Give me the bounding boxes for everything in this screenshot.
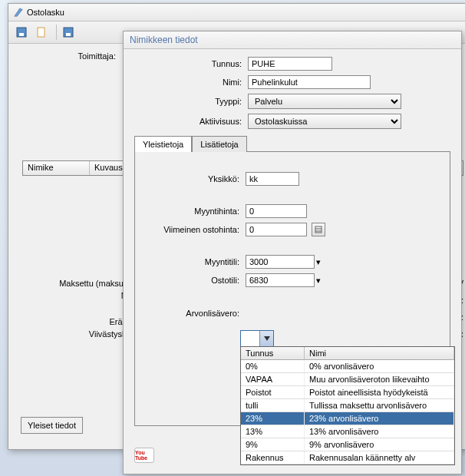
dd-col-nimi[interactable]: Nimi <box>305 347 454 359</box>
dialog-title: Nimikkeen tiedot <box>124 31 461 49</box>
grid-header: Nimike Kuvaus <box>22 160 137 176</box>
ostotili-label: Ostotili: <box>143 276 246 285</box>
dropdown-row[interactable]: PoistotPoistot aineellisista hyödykeistä <box>241 386 454 399</box>
col-nimike[interactable]: Nimike <box>23 161 90 175</box>
dropdown-header: Tunnus Nimi <box>241 347 454 360</box>
dd-cell-nimi: 13% arvonlisävero <box>305 425 454 438</box>
myyntitili-dropdown-icon[interactable]: ▾ <box>316 257 321 267</box>
arvonlisavero-label: Arvonlisävero: <box>143 309 246 318</box>
tab-lisatietoja[interactable]: Lisätietoja <box>192 136 247 152</box>
yksikko-input[interactable] <box>246 172 299 186</box>
viimeinen-ostohinta-input[interactable] <box>246 223 307 236</box>
myyntitili-input[interactable] <box>246 255 315 269</box>
dd-cell-nimi: Rakennusalan käännetty alv <box>305 451 454 464</box>
svg-rect-5 <box>315 226 322 233</box>
youtube-label: You Tube <box>135 450 153 461</box>
dialog-tabs: YleistietojaLisätietoja <box>134 135 450 152</box>
dd-cell-nimi: Muu arvonlisäveroton liikevaihto <box>305 373 454 385</box>
dd-cell-tunnus: tulli <box>241 399 305 412</box>
save-dropdown-button[interactable] <box>13 24 30 41</box>
tab-yleiset-tiedot[interactable]: Yleiset tiedot <box>21 417 83 434</box>
new-button[interactable] <box>33 24 50 41</box>
ostotili-dropdown-icon[interactable]: ▾ <box>316 276 321 286</box>
aktiivisuus-select[interactable]: Ostolaskuissa <box>248 114 401 129</box>
svg-rect-1 <box>19 33 24 36</box>
app-icon <box>13 7 24 18</box>
dropdown-row[interactable]: 9%9% arvonlisävero <box>241 438 454 451</box>
svg-rect-2 <box>38 28 45 37</box>
dd-cell-tunnus: 0% <box>241 360 305 372</box>
tunnus-input[interactable] <box>248 57 332 71</box>
item-details-dialog: Nimikkeen tiedot Tunnus: Nimi: Tyyppi: P… <box>123 31 462 474</box>
myyntihinta-input[interactable] <box>246 204 307 218</box>
dd-cell-tunnus: 23% <box>241 412 305 425</box>
main-tabs: Yleiset tiedot <box>21 417 83 434</box>
yksikko-label: Yksikkö: <box>143 174 246 183</box>
dd-cell-nimi: 9% arvonlisävero <box>305 438 454 451</box>
tab-yleistietoja[interactable]: Yleistietoja <box>134 136 192 152</box>
dd-cell-nimi: 23% arvonlisävero <box>305 412 454 425</box>
arvonlisavero-dropdown: Tunnus Nimi 0%0% arvonlisäveroVAPAAMuu a… <box>240 346 455 465</box>
dropdown-row[interactable]: 0%0% arvonlisävero <box>241 360 454 373</box>
combo-dropdown-button[interactable] <box>259 331 273 346</box>
myyntitili-label: Myyntitili: <box>143 257 246 266</box>
save-button[interactable] <box>60 24 77 41</box>
dropdown-row[interactable]: RakennusRakennusalan käännetty alv <box>241 451 454 464</box>
svg-rect-4 <box>66 33 71 36</box>
viimeinen-ostohinta-label: Viimeinen ostohinta: <box>143 225 246 234</box>
dd-cell-tunnus: Rakennus <box>241 451 305 464</box>
ostotili-input[interactable] <box>246 273 315 287</box>
dd-cell-tunnus: Poistot <box>241 386 305 398</box>
tunnus-label: Tunnus: <box>134 59 248 68</box>
dd-cell-nimi: 0% arvonlisävero <box>305 360 454 372</box>
toolbar-separator <box>56 25 57 40</box>
dropdown-row[interactable]: tulliTullissa maksettu arvonlisävero <box>241 399 454 412</box>
dd-cell-tunnus: 13% <box>241 425 305 438</box>
myyntihinta-label: Myyntihinta: <box>143 207 246 216</box>
aktiivisuus-label: Aktiivisuus: <box>134 117 248 126</box>
dd-col-tunnus[interactable]: Tunnus <box>241 347 305 359</box>
dd-cell-tunnus: 9% <box>241 438 305 451</box>
tyyppi-select[interactable]: Palvelu <box>248 94 401 109</box>
tyyppi-label: Tyyppi: <box>134 97 248 106</box>
dropdown-row[interactable]: 23%23% arvonlisävero <box>241 412 454 425</box>
titlebar: Ostolasku <box>8 4 465 21</box>
dropdown-row[interactable]: VAPAAMuu arvonlisäveroton liikevaihto <box>241 373 454 386</box>
youtube-icon[interactable]: You Tube <box>134 448 154 463</box>
nimi-label: Nimi: <box>134 78 248 87</box>
window-title: Ostolasku <box>27 8 64 17</box>
dd-cell-nimi: Poistot aineellisista hyödykeistä <box>305 386 454 398</box>
nimi-input[interactable] <box>248 75 371 89</box>
supplier-label: Toimittaja: <box>16 51 120 61</box>
calculator-icon[interactable] <box>312 223 325 236</box>
dropdown-row[interactable]: 13%13% arvonlisävero <box>241 425 454 438</box>
dd-cell-tunnus: VAPAA <box>241 373 305 385</box>
dd-cell-nimi: Tullissa maksettu arvonlisävero <box>305 399 454 412</box>
arvonlisavero-combo[interactable] <box>240 330 274 347</box>
